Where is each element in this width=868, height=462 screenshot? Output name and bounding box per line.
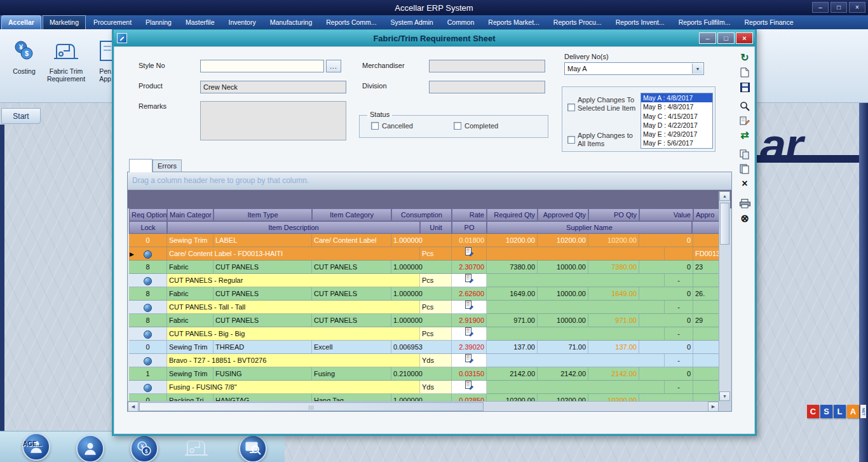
grid-cell-approved_qty[interactable]: 10000.00 [538,287,588,301]
grid-cell-unit[interactable]: Pcs [420,301,452,314]
column-header[interactable]: Item Category [312,208,391,221]
grid-cell-item_category[interactable]: CUT PANELS [312,287,391,301]
menu-tab-common[interactable]: Common [441,15,481,29]
grid-cell-value[interactable]: 0 [639,314,693,327]
grid-cell-extra[interactable]: 26. [693,287,719,301]
grid-cell-tail[interactable] [693,301,719,314]
delivery-combobox[interactable]: May A ▼ [564,62,704,75]
grid-cell-dash[interactable] [665,247,693,261]
horizontal-scrollbar[interactable]: ◀ ||| ▶ [128,401,719,412]
po-edit-icon[interactable] [465,304,473,311]
remarks-textarea[interactable] [200,101,346,140]
grid-cell-unit[interactable]: Yds [420,381,452,394]
child-window-titlebar[interactable]: Fabric/Trim Requirement Sheet – □ × [114,30,755,46]
grid-row[interactable]: 0Sewing TrimTHREADExcell0.0069532.390201… [128,341,719,354]
grid-cell-unit[interactable]: Pcs [420,247,452,261]
menu-tab-marketing[interactable]: Marketing [43,15,86,29]
dock-contacts-icon[interactable] [76,435,104,462]
menu-tab-procurement[interactable]: Procurement [87,15,138,29]
dock-fabric-trim-icon[interactable] [183,437,211,461]
grid-cell-description[interactable]: Bravo - T27 - 18851 - BVT0276 [167,354,420,367]
column-header[interactable]: Value [639,208,693,221]
grid-row[interactable]: 0Packing Tri...HANGTAGHang Tag1.0000000.… [128,394,719,401]
delivery-list-item[interactable]: May C : 4/15/2017 [641,112,712,121]
menu-tab-planning[interactable]: Planning [139,15,178,29]
grid-cell-dash[interactable]: - [665,381,693,394]
grid-group-panel[interactable]: Drag a column header here to group by th… [128,172,731,190]
maximize-button[interactable]: □ [831,2,847,13]
grid-cell-extra[interactable] [693,341,719,354]
grid-subrow[interactable]: Bravo - T27 - 18851 - BVT0276Yds- [128,354,719,367]
grid-cell-dash[interactable]: - [665,274,693,287]
ribbon-item-pending-approval[interactable]: Pen... App... [90,34,112,83]
vertical-scroll-thumb[interactable] [720,203,729,245]
menu-tab-reports-procu[interactable]: Reports Procu... [547,15,608,29]
grid-cell-dash[interactable]: - [665,354,693,367]
grid-cell-lock[interactable] [129,327,167,341]
po-edit-icon[interactable] [465,330,473,338]
scroll-down-icon[interactable]: ▼ [719,391,730,401]
delivery-list-item[interactable]: May A : 4/8/2017 [641,93,712,102]
grid-cell-extra[interactable] [693,367,719,381]
grid-cell-lock[interactable] [129,354,167,367]
start-button[interactable]: Start [1,108,41,124]
grid-cell-lock[interactable] [129,247,167,261]
grid-cell-value[interactable]: 0 [639,287,693,301]
grid-cell-rate[interactable]: 2.30700 [452,261,487,274]
grid-cell-value[interactable] [639,394,693,401]
grid-cell-po_qty[interactable]: 1649.00 [588,287,639,301]
tab-main[interactable] [129,159,153,172]
lock-icon[interactable] [144,277,152,285]
product-input[interactable] [200,81,346,93]
scroll-right-icon[interactable]: ▶ [708,402,719,412]
grid-cell-unit[interactable]: Pcs [420,327,452,341]
grid-cell-po[interactable] [452,381,487,394]
vertical-scrollbar[interactable]: ▲ ▼ [719,191,730,401]
completed-checkbox[interactable] [454,122,461,130]
grid-cell-item_type[interactable]: THREAD [214,341,312,354]
lock-icon[interactable] [144,357,152,365]
grid-cell-required_qty[interactable]: 10200.00 [487,394,538,401]
grid-cell-req_option[interactable]: 8 [129,261,167,274]
grid-cell-required_qty[interactable]: 2142.00 [487,367,538,381]
grid-cell-lock[interactable] [129,274,167,287]
column-header[interactable]: Approved Qty [538,208,588,221]
lock-icon[interactable] [144,384,152,392]
grid-cell-description[interactable]: CUT PANELS - Tall - Tall [167,301,420,314]
grid-subrow[interactable]: Fusing - FUSING 7/8"Yds- [128,381,719,394]
scroll-up-icon[interactable]: ▲ [719,191,730,201]
dock-costing-icon[interactable]: ¥$ [130,435,158,462]
column-header[interactable]: PO [452,221,487,234]
grid-cell-po_qty[interactable]: 7380.00 [588,261,639,274]
grid-cell-main_category[interactable]: Fabric [167,261,214,274]
grid-cell-description[interactable]: Fusing - FUSING 7/8" [167,381,420,394]
grid-cell-description[interactable]: Care/ Content Label - FD0013-HAITI [167,247,420,261]
paste-icon[interactable] [738,163,751,175]
grid-cell-approved_qty[interactable]: 71.00 [538,341,588,354]
column-header[interactable]: Lock [129,221,167,234]
grid-cell-po[interactable] [452,247,487,261]
horizontal-scroll-thumb[interactable]: ||| [139,402,484,411]
po-edit-icon[interactable] [465,250,473,258]
grid-cell-tail[interactable]: FD0013 - [693,247,719,261]
menu-tab-system-admin[interactable]: System Admin [384,15,440,29]
grid-cell-item_type[interactable]: CUT PANELS [214,287,312,301]
sync-icon[interactable]: ⇄ [738,129,751,142]
grid-cell-consumption[interactable]: 0.006953 [391,341,452,354]
grid-cell-rate[interactable]: 2.62600 [452,287,487,301]
grid-cell-item_category[interactable]: Excell [312,341,391,354]
grid-cell-lock[interactable] [129,301,167,314]
grid-cell-required_qty[interactable]: 10200.00 [487,234,538,247]
print-icon[interactable] [738,197,751,210]
grid-cell-po_qty[interactable]: 10200.00 [588,394,639,401]
grid-cell-req_option[interactable]: 0 [129,341,167,354]
grid-cell-rate[interactable]: 0.01800 [452,234,487,247]
edit-icon[interactable] [738,114,751,127]
grid-cell-item_category[interactable]: Care/ Content Label [312,234,391,247]
grid-row[interactable]: 0Sewing TrimLABELCare/ Content Label1.00… [128,234,719,247]
grid-row[interactable]: 8FabricCUT PANELSCUT PANELS1.0000002.626… [128,287,719,301]
grid-cell-value[interactable]: 0 [639,341,693,354]
grid-cell-req_option[interactable]: 0 [129,394,167,401]
apply-selected-checkbox[interactable] [567,104,575,111]
grid-cell-main_category[interactable]: Fabric [167,287,214,301]
